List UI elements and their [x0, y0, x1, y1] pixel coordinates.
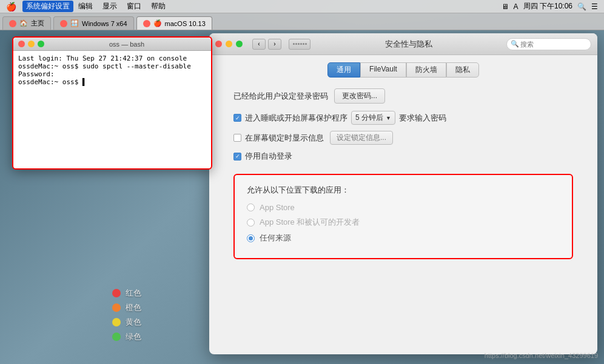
apple-menu-icon[interactable]: 🍎: [0, 2, 22, 12]
auto-login-label: 停用自动登录: [245, 151, 292, 162]
radio-appstore-dev-label: App Store 和被认可的开发者: [260, 217, 360, 228]
auto-login-row: 停用自动登录: [233, 151, 573, 162]
search-icon[interactable]: 🔍: [577, 2, 586, 11]
sleep-checkbox[interactable]: [233, 114, 241, 122]
datetime-label: 周四 下午10:06: [523, 1, 572, 12]
sleep-duration-value: 5 分钟后: [355, 113, 383, 123]
tab-macos[interactable]: 🍎 macOS 10.13: [136, 16, 212, 30]
permission-box: 允许从以下位置下载的应用： App Store App Store 和被认可的开…: [233, 174, 573, 259]
prefs-tabs: 通用 FileVault 防火墙 隐私: [209, 55, 597, 82]
prefs-title: 安全性与隐私: [314, 39, 503, 50]
permission-title: 允许从以下位置下载的应用：: [247, 185, 560, 196]
sleep-label: 进入睡眠或开始屏幕保护程序: [245, 113, 347, 124]
prefs-nav: ‹ ›: [252, 39, 281, 50]
color-item-green[interactable]: 绿色: [112, 331, 141, 342]
color-item-orange[interactable]: 橙色: [112, 302, 141, 313]
color-label-green: 绿色: [126, 331, 141, 342]
prefs-forward-button[interactable]: ›: [268, 39, 281, 50]
prefs-tab-firewall[interactable]: 防火墙: [406, 62, 446, 78]
color-dot-green: [112, 333, 121, 341]
prefs-maximize-button[interactable]: [236, 41, 243, 47]
color-list: 红色 橙色 黄色 绿色: [112, 288, 141, 346]
radio-anywhere-button[interactable]: [247, 234, 255, 242]
set-lock-info-button[interactable]: 设定锁定信息...: [330, 131, 393, 145]
password-label: 已经给此用户设定登录密码: [233, 91, 328, 102]
radio-appstore[interactable]: App Store: [247, 203, 560, 212]
prefs-search-input[interactable]: [506, 38, 591, 50]
prefs-window-controls: [215, 41, 243, 47]
color-label-orange: 橙色: [126, 302, 141, 313]
change-password-button[interactable]: 更改密码...: [334, 88, 385, 104]
menu-bar-left: 🍎 系统偏好设置 编辑 显示 窗口 帮助: [0, 1, 502, 12]
color-dot-yellow: [112, 318, 121, 326]
tab-macos-label: macOS 10.13: [165, 20, 206, 27]
menu-bar-right: 🖥 A 周四 下午10:06 🔍 ☰: [502, 1, 604, 12]
terminal-body[interactable]: Last login: Thu Sep 27 21:42:37 on conso…: [13, 51, 211, 168]
color-dot-orange: [112, 303, 121, 312]
terminal-line-2: ossdeMac:~ oss$ sudo spctl --master-disa…: [18, 62, 206, 70]
prefs-tab-general[interactable]: 通用: [327, 62, 360, 78]
dropdown-arrow-icon: ▼: [386, 115, 391, 121]
radio-appstore-dev-button[interactable]: [247, 219, 255, 227]
terminal-minimize-button[interactable]: [28, 41, 35, 47]
tab-home-label: 主页: [31, 19, 44, 28]
prefs-grid-button[interactable]: [289, 39, 310, 50]
terminal-line-4: ossdeMac:~ oss$ ▌: [18, 78, 206, 86]
menu-item-window[interactable]: 窗口: [122, 1, 146, 12]
prefs-window: ‹ › 安全性与隐私 🔍 通用 FileVault 防火墙 隐私 已经给此用户设…: [209, 33, 597, 354]
color-item-yellow[interactable]: 黄色: [112, 317, 141, 328]
prefs-back-button[interactable]: ‹: [252, 39, 266, 50]
terminal-titlebar: oss — bash: [13, 38, 211, 51]
tab-windows[interactable]: 🪟 Windows 7 x64: [53, 16, 134, 30]
tab-close-home[interactable]: [9, 20, 16, 27]
radio-appstore-label: App Store: [260, 203, 295, 212]
display-icon[interactable]: 🖥: [502, 2, 509, 11]
terminal-maximize-button[interactable]: [38, 41, 44, 47]
tab-macos-icon: 🍎: [153, 19, 162, 27]
terminal-line-3: Password:: [18, 70, 206, 78]
font-icon[interactable]: A: [514, 2, 518, 11]
prefs-minimize-button[interactable]: [226, 41, 232, 47]
tab-bar: 🏠 主页 🪟 Windows 7 x64 🍎 macOS 10.13: [0, 13, 604, 30]
prefs-content: 已经给此用户设定登录密码 更改密码... 进入睡眠或开始屏幕保护程序 5 分钟后…: [209, 82, 597, 265]
tab-windows-icon: 🪟: [70, 19, 79, 27]
prefs-search-wrapper: 🔍: [506, 38, 591, 50]
menu-item-help[interactable]: 帮助: [146, 1, 170, 12]
terminal-title: oss — bash: [47, 41, 206, 48]
lock-screen-row: 在屏幕锁定时显示信息 设定锁定信息...: [233, 131, 573, 145]
tab-close-macos[interactable]: [143, 20, 150, 27]
prefs-tab-privacy[interactable]: 隐私: [446, 62, 479, 78]
require-password-label: 要求输入密码: [399, 113, 446, 124]
auto-login-checkbox[interactable]: [233, 153, 241, 160]
radio-anywhere-label: 任何来源: [260, 233, 291, 243]
menu-icon[interactable]: ☰: [591, 2, 598, 11]
prefs-titlebar: ‹ › 安全性与隐私 🔍: [209, 33, 597, 55]
radio-anywhere[interactable]: 任何来源: [247, 233, 560, 243]
watermark: https://blog.csdn.net/weixin_43299619: [485, 352, 598, 359]
terminal-close-button[interactable]: [18, 41, 25, 47]
tab-windows-label: Windows 7 x64: [82, 20, 127, 27]
lock-screen-label: 在屏幕锁定时显示信息: [245, 133, 324, 144]
lock-screen-checkbox[interactable]: [233, 134, 241, 142]
terminal-window: oss — bash Last login: Thu Sep 27 21:42:…: [12, 36, 212, 170]
sleep-duration-dropdown[interactable]: 5 分钟后 ▼: [351, 111, 395, 125]
radio-appstore-dev[interactable]: App Store 和被认可的开发者: [247, 217, 560, 228]
prefs-search-icon: 🔍: [511, 40, 519, 48]
menu-bar: 🍎 系统偏好设置 编辑 显示 窗口 帮助 🖥 A 周四 下午10:06 🔍 ☰: [0, 0, 604, 13]
tab-home[interactable]: 🏠 主页: [2, 16, 51, 30]
prefs-tab-filevault[interactable]: FileVault: [360, 62, 406, 78]
menu-item-prefs[interactable]: 系统偏好设置: [22, 1, 73, 12]
terminal-line-1: Last login: Thu Sep 27 21:42:37 on conso…: [18, 55, 206, 62]
menu-item-display[interactable]: 显示: [98, 1, 122, 12]
color-label-yellow: 黄色: [126, 317, 141, 328]
color-item-red[interactable]: 红色: [112, 288, 141, 299]
color-label-red: 红色: [126, 288, 141, 299]
sleep-row: 进入睡眠或开始屏幕保护程序 5 分钟后 ▼ 要求输入密码: [233, 111, 573, 125]
radio-appstore-button[interactable]: [247, 204, 255, 211]
tab-close-windows[interactable]: [60, 20, 67, 27]
color-dot-red: [112, 289, 121, 297]
prefs-close-button[interactable]: [215, 41, 222, 47]
tab-home-icon: 🏠: [19, 19, 28, 27]
password-row: 已经给此用户设定登录密码 更改密码...: [233, 88, 573, 104]
menu-item-edit[interactable]: 编辑: [73, 1, 98, 12]
